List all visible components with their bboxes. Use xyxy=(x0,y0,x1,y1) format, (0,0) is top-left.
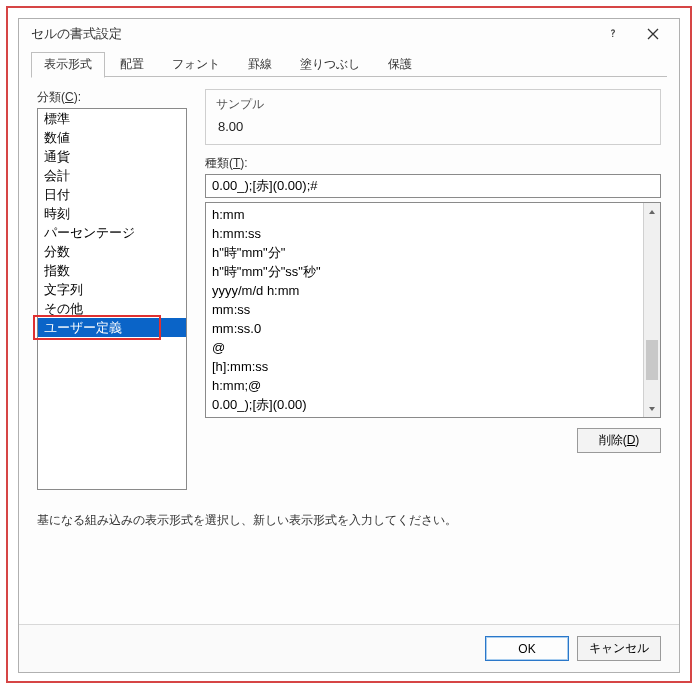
format-list-item[interactable]: h:mm;@ xyxy=(212,376,637,395)
tab-number-format[interactable]: 表示形式 xyxy=(31,52,105,78)
tab-protection[interactable]: 保護 xyxy=(375,52,425,77)
close-icon xyxy=(647,28,659,40)
category-item[interactable]: 通貨 xyxy=(38,147,186,166)
help-button[interactable] xyxy=(593,21,633,47)
format-list-item[interactable]: 0.00_);[赤](0.00) xyxy=(212,395,637,414)
format-list-item[interactable]: h"時"mm"分" xyxy=(212,243,637,262)
tab-alignment[interactable]: 配置 xyxy=(107,52,157,77)
tab-bar: 表示形式 配置 フォント 罫線 塗りつぶし 保護 xyxy=(19,49,679,77)
sample-box: サンプル 8.00 xyxy=(205,89,661,145)
type-input[interactable] xyxy=(205,174,661,198)
category-item[interactable]: 時刻 xyxy=(38,204,186,223)
category-item[interactable]: 指数 xyxy=(38,261,186,280)
sample-label: サンプル xyxy=(216,96,650,113)
scroll-track[interactable] xyxy=(644,220,660,400)
ok-button[interactable]: OK xyxy=(485,636,569,661)
hint-text: 基になる組み込みの表示形式を選択し、新しい表示形式を入力してください。 xyxy=(37,512,661,529)
window-title: セルの書式設定 xyxy=(31,25,593,43)
close-button[interactable] xyxy=(633,21,673,47)
dialog-footer: OK キャンセル xyxy=(19,624,679,672)
titlebar: セルの書式設定 xyxy=(19,19,679,49)
tab-border[interactable]: 罫線 xyxy=(235,52,285,77)
sample-value: 8.00 xyxy=(216,119,650,134)
format-list-inner: h:mmh:mm:ssh"時"mm"分"h"時"mm"分"ss"秒"yyyy/m… xyxy=(206,203,643,417)
category-item[interactable]: パーセンテージ xyxy=(38,223,186,242)
category-label: 分類(C): xyxy=(37,89,187,106)
tab-font[interactable]: フォント xyxy=(159,52,233,77)
category-item[interactable]: その他 xyxy=(38,299,186,318)
format-list-item[interactable]: h:mm xyxy=(212,205,637,224)
format-list-item[interactable]: mm:ss.0 xyxy=(212,319,637,338)
category-item[interactable]: 日付 xyxy=(38,185,186,204)
scroll-up-icon[interactable] xyxy=(644,203,660,220)
category-item[interactable]: 会計 xyxy=(38,166,186,185)
tab-fill[interactable]: 塗りつぶし xyxy=(287,52,373,77)
scroll-thumb[interactable] xyxy=(646,340,658,380)
category-item[interactable]: 分数 xyxy=(38,242,186,261)
category-listbox[interactable]: 標準数値通貨会計日付時刻パーセンテージ分数指数文字列その他ユーザー定義 xyxy=(37,108,187,490)
type-label: 種類(T): xyxy=(205,155,661,172)
format-list-item[interactable]: [h]:mm:ss xyxy=(212,357,637,376)
format-list-item[interactable]: mm:ss xyxy=(212,300,637,319)
format-list-item[interactable]: @ xyxy=(212,338,637,357)
format-cells-dialog: セルの書式設定 表示形式 配置 フォント 罫線 塗りつぶし 保護 分類(C): xyxy=(18,18,680,673)
format-list-item[interactable]: h"時"mm"分"ss"秒" xyxy=(212,262,637,281)
cancel-button[interactable]: キャンセル xyxy=(577,636,661,661)
delete-button[interactable]: 削除(D) xyxy=(577,428,661,453)
category-item[interactable]: 数値 xyxy=(38,128,186,147)
format-list-item[interactable]: h:mm:ss xyxy=(212,224,637,243)
scroll-down-icon[interactable] xyxy=(644,400,660,417)
category-item[interactable]: ユーザー定義 xyxy=(38,318,186,337)
tutorial-highlight-frame: セルの書式設定 表示形式 配置 フォント 罫線 塗りつぶし 保護 分類(C): xyxy=(6,6,692,683)
dialog-body: 分類(C): 標準数値通貨会計日付時刻パーセンテージ分数指数文字列その他ユーザー… xyxy=(19,77,679,539)
vertical-scrollbar[interactable] xyxy=(643,203,660,417)
help-icon xyxy=(607,28,619,40)
category-item[interactable]: 標準 xyxy=(38,109,186,128)
format-code-listbox[interactable]: h:mmh:mm:ssh"時"mm"分"h"時"mm"分"ss"秒"yyyy/m… xyxy=(205,202,661,418)
format-list-item[interactable]: yyyy/m/d h:mm xyxy=(212,281,637,300)
category-item[interactable]: 文字列 xyxy=(38,280,186,299)
